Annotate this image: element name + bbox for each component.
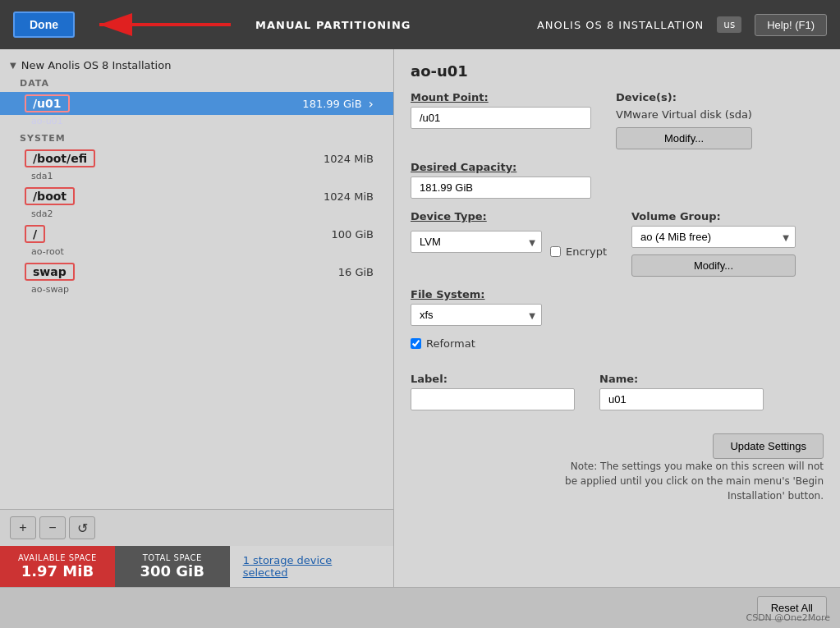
partition-size: 100 GiB bbox=[331, 228, 374, 241]
form-row-devtype-vg: Device Type: LVM Standard Partition BTRF… bbox=[411, 210, 824, 277]
done-button[interactable]: Done bbox=[13, 11, 75, 38]
volume-group-group: Volume Group: ao (4 MiB free) ▼ Modify..… bbox=[631, 210, 796, 277]
devices-group: Device(s): VMware Virtual disk (sda) Mod… bbox=[616, 91, 752, 149]
add-partition-button[interactable]: + bbox=[10, 516, 36, 539]
mount-point-input[interactable] bbox=[411, 107, 591, 129]
refresh-button[interactable]: ↺ bbox=[69, 516, 95, 539]
mount-point-group: Mount Point: bbox=[411, 91, 591, 129]
reformat-checkbox[interactable] bbox=[411, 338, 421, 349]
bottom-bar: Reset All bbox=[0, 587, 840, 628]
name-group: Name: bbox=[599, 373, 764, 410]
available-space: AVAILABLE SPACE 1.97 MiB bbox=[0, 546, 115, 587]
filesystem-select[interactable]: xfs ext4 ext3 ext2 swap vfat efi bbox=[411, 304, 542, 326]
storage-device-link[interactable]: 1 storage device selected bbox=[230, 546, 393, 587]
filesystem-label: File System: bbox=[411, 288, 542, 300]
form-row-capacity: Desired Capacity: bbox=[411, 161, 824, 199]
filesystem-group: File System: xfs ext4 ext3 ext2 swap vfa… bbox=[411, 288, 542, 350]
partition-size: 181.99 GiB bbox=[302, 98, 361, 110]
volume-group-select[interactable]: ao (4 MiB free) bbox=[631, 226, 796, 248]
total-space-value: 300 GiB bbox=[140, 562, 204, 580]
reformat-row: Reformat bbox=[411, 337, 475, 350]
arrow-hint-icon bbox=[91, 12, 239, 37]
devices-label: Device(s): bbox=[616, 91, 752, 103]
device-type-select[interactable]: LVM Standard Partition BTRFS LVM Thin Pr… bbox=[411, 231, 542, 253]
form-row-mount-device: Mount Point: Device(s): VMware Virtual d… bbox=[411, 91, 824, 149]
filesystem-select-wrapper: xfs ext4 ext3 ext2 swap vfat efi ▼ bbox=[411, 304, 542, 326]
page-title: MANUAL PARTITIONING bbox=[255, 19, 411, 31]
partition-row[interactable]: /u01 181.99 GiB › bbox=[0, 92, 393, 115]
partition-detail-title: ao-u01 bbox=[411, 62, 824, 80]
partition-arrow-icon: › bbox=[369, 96, 374, 112]
volume-group-select-wrapper: ao (4 MiB free) ▼ bbox=[631, 226, 796, 248]
tree-header: ▼ New Anolis OS 8 Installation bbox=[0, 56, 393, 75]
device-type-select-wrapper: LVM Standard Partition BTRFS LVM Thin Pr… bbox=[411, 231, 542, 253]
note-text: Note: The settings you make on this scre… bbox=[411, 459, 824, 503]
partition-name: / bbox=[25, 225, 45, 243]
encrypt-checkbox[interactable] bbox=[550, 246, 561, 257]
left-panel: ▼ New Anolis OS 8 Installation DATA /u01… bbox=[0, 49, 394, 587]
encrypt-label: Encrypt bbox=[566, 245, 607, 258]
partition-size: 16 GiB bbox=[338, 266, 374, 278]
keyboard-lang: us bbox=[717, 16, 741, 33]
partition-size: 1024 MiB bbox=[324, 153, 374, 165]
top-bar-right: ANOLIS OS 8 INSTALLATION us Help! (F1) bbox=[537, 14, 827, 36]
total-space: TOTAL SPACE 300 GiB bbox=[115, 546, 230, 587]
form-row-filesystem: File System: xfs ext4 ext3 ext2 swap vfa… bbox=[411, 288, 824, 350]
main-content: ▼ New Anolis OS 8 Installation DATA /u01… bbox=[0, 49, 840, 587]
reformat-label: Reformat bbox=[426, 337, 475, 350]
partition-size: 1024 MiB bbox=[324, 190, 374, 203]
encrypt-row: Encrypt bbox=[550, 245, 607, 258]
top-bar-left: Done MANUAL PARTITIONING bbox=[13, 11, 411, 38]
space-bar: AVAILABLE SPACE 1.97 MiB TOTAL SPACE 300… bbox=[0, 546, 393, 587]
partition-tree: ▼ New Anolis OS 8 Installation DATA /u01… bbox=[0, 49, 393, 509]
volume-group-modify-button[interactable]: Modify... bbox=[631, 254, 796, 277]
avail-space-value: 1.97 MiB bbox=[21, 562, 94, 580]
remove-partition-button[interactable]: − bbox=[39, 516, 66, 539]
partition-sublabel: sda2 bbox=[0, 208, 393, 222]
help-button[interactable]: Help! (F1) bbox=[755, 14, 827, 36]
name-field-label: Name: bbox=[599, 373, 764, 385]
top-bar: Done MANUAL PARTITIONING ANOLIS OS 8 INS… bbox=[0, 0, 840, 49]
partition-name: swap bbox=[25, 263, 75, 281]
install-label: New Anolis OS 8 Installation bbox=[21, 59, 172, 71]
capacity-group: Desired Capacity: bbox=[411, 161, 591, 199]
name-field-input[interactable] bbox=[599, 388, 764, 410]
label-group: Label: bbox=[411, 373, 575, 410]
partition-name: /u01 bbox=[25, 94, 70, 112]
devices-value: VMware Virtual disk (sda) bbox=[616, 107, 752, 121]
partition-sublabel: sda1 bbox=[0, 170, 393, 185]
update-settings-button[interactable]: Update Settings bbox=[713, 433, 824, 459]
right-title: ANOLIS OS 8 INSTALLATION bbox=[537, 19, 704, 31]
partition-sublabel: ao-swap bbox=[0, 283, 393, 298]
total-space-label: TOTAL SPACE bbox=[143, 553, 202, 562]
partition-sublabel: ao-root bbox=[0, 245, 393, 260]
partition-toolbar: + − ↺ bbox=[0, 509, 393, 546]
section-data-label: DATA bbox=[0, 75, 393, 92]
mount-point-label: Mount Point: bbox=[411, 91, 591, 103]
partition-row[interactable]: / 100 GiB bbox=[0, 222, 393, 245]
desired-capacity-input[interactable] bbox=[411, 176, 591, 199]
partition-sublabel: ao-u01 bbox=[0, 115, 393, 130]
label-field-label: Label: bbox=[411, 373, 575, 385]
desired-capacity-label: Desired Capacity: bbox=[411, 161, 591, 173]
section-system-label: SYSTEM bbox=[0, 130, 393, 147]
device-type-group: Device Type: LVM Standard Partition BTRF… bbox=[411, 210, 607, 258]
avail-space-label: AVAILABLE SPACE bbox=[18, 553, 97, 562]
volume-group-label: Volume Group: bbox=[631, 210, 796, 222]
right-panel: ao-u01 Mount Point: Device(s): VMware Vi… bbox=[394, 49, 840, 587]
devices-modify-button[interactable]: Modify... bbox=[616, 127, 752, 149]
form-row-label-name: Label: Name: bbox=[411, 373, 824, 410]
watermark: CSDN @One2More bbox=[746, 612, 830, 623]
label-field-input[interactable] bbox=[411, 388, 575, 410]
tree-triangle-icon: ▼ bbox=[10, 61, 16, 70]
device-type-label: Device Type: bbox=[411, 210, 607, 222]
partition-row[interactable]: /boot/efi 1024 MiB bbox=[0, 147, 393, 170]
partition-row[interactable]: /boot 1024 MiB bbox=[0, 185, 393, 208]
partition-name: /boot/efi bbox=[25, 149, 95, 167]
partition-name: /boot bbox=[25, 187, 75, 205]
partition-row[interactable]: swap 16 GiB bbox=[0, 260, 393, 283]
